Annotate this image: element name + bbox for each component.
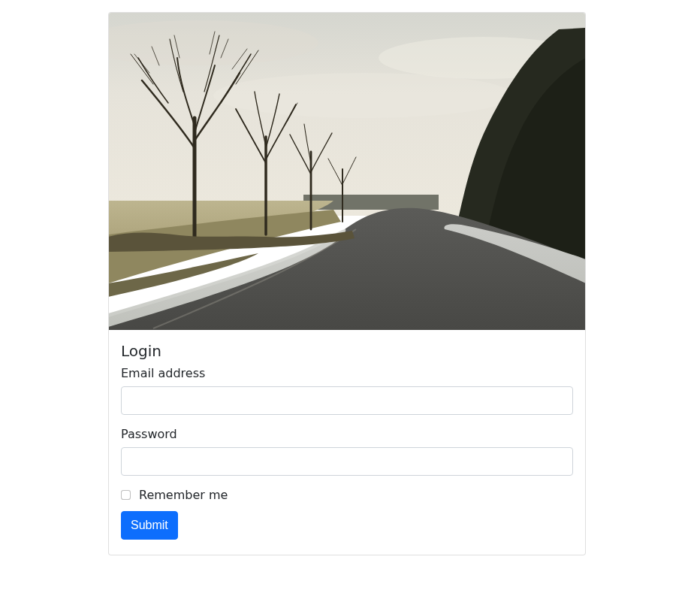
password-group: Password xyxy=(121,427,573,476)
remember-group: Remember me xyxy=(121,488,573,502)
submit-button[interactable]: Submit xyxy=(121,511,178,540)
remember-checkbox[interactable] xyxy=(121,490,131,500)
email-label: Email address xyxy=(121,366,573,380)
login-card: Login Email address Password Remember me… xyxy=(108,12,586,555)
login-title: Login xyxy=(121,342,573,360)
password-field[interactable] xyxy=(121,447,573,476)
email-field[interactable] xyxy=(121,386,573,415)
card-body: Login Email address Password Remember me… xyxy=(109,330,585,555)
password-label: Password xyxy=(121,427,573,441)
remember-label: Remember me xyxy=(139,488,228,502)
email-group: Email address xyxy=(121,366,573,415)
login-form: Email address Password Remember me Submi… xyxy=(121,366,573,540)
hero-image xyxy=(109,13,585,330)
